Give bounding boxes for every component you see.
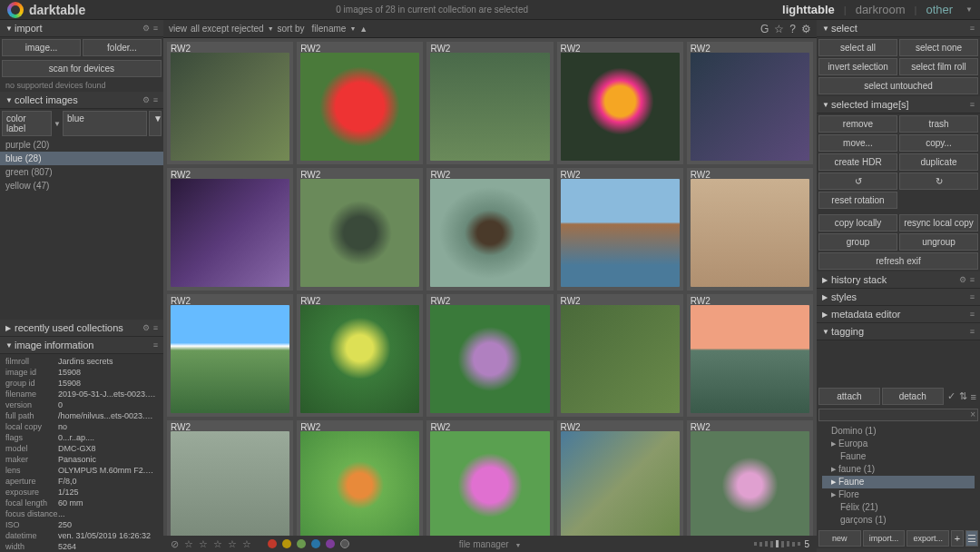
gear-icon[interactable]: ⚙ [959, 275, 966, 284]
select-untouched-button[interactable]: select untouched [818, 77, 978, 94]
detach-button[interactable]: detach [882, 388, 944, 405]
section-metadata[interactable]: ▶ metadata editor ≡ [817, 306, 980, 323]
collect-rule-select[interactable]: color label [2, 111, 52, 136]
thumbnail[interactable]: RW2 [426, 42, 553, 164]
remove-button[interactable]: remove [818, 115, 897, 133]
section-select[interactable]: ▼ select ≡ [817, 20, 980, 37]
thumbnail[interactable]: RW2 [687, 420, 813, 536]
thumbnail[interactable]: RW2 [297, 168, 423, 291]
invert-selection-button[interactable]: invert selection [818, 58, 897, 75]
trash-button[interactable]: trash [899, 115, 978, 133]
thumbnail[interactable]: RW2 [297, 294, 423, 417]
view-other[interactable]: other [922, 3, 956, 16]
overlay-icon[interactable]: G [760, 23, 769, 35]
gear-icon[interactable]: ⚙ [801, 23, 811, 35]
color-red[interactable] [268, 539, 277, 548]
resync-local-button[interactable]: resync local copy [899, 214, 978, 232]
sort-asc-icon[interactable]: ▲ [359, 25, 368, 34]
scan-devices-button[interactable]: scan for devices [2, 60, 162, 77]
thumbnail[interactable]: RW2 [687, 294, 813, 417]
help-icon[interactable]: ? [789, 23, 796, 35]
collect-list-item[interactable]: purple (20) [0, 138, 163, 152]
export-tags-button[interactable]: export... [906, 530, 949, 547]
color-none[interactable] [340, 539, 349, 548]
thumbnail[interactable]: RW2 [297, 420, 423, 536]
thumbnail[interactable]: RW2 [426, 420, 553, 536]
tag-tree-item[interactable]: ▶Europa [822, 438, 975, 450]
check-icon[interactable]: ✓ [947, 390, 956, 402]
tag-tree-item[interactable]: ▶faune (1) [822, 463, 975, 476]
group-button[interactable]: group [818, 233, 897, 251]
copy-locally-button[interactable]: copy locally [818, 214, 897, 232]
copy-button[interactable]: copy... [899, 134, 978, 152]
reset-rotation-button[interactable]: reset rotation [818, 192, 897, 209]
chevron-down-icon[interactable]: ▼ [965, 5, 973, 14]
collect-value-input[interactable]: blue [63, 111, 147, 136]
import-image-button[interactable]: image... [2, 39, 81, 56]
section-recent[interactable]: ▶ recently used collections ⚙ ≡ [0, 320, 163, 337]
rotate-ccw-button[interactable]: ↺ [818, 172, 897, 190]
section-import[interactable]: ▼ import ⚙ ≡ [0, 20, 163, 37]
reject-icon[interactable]: ⊘ [171, 538, 179, 550]
thumbnail[interactable]: RW2 [167, 420, 293, 536]
section-image-info[interactable]: ▼ image information ≡ [0, 337, 163, 354]
sort-icon[interactable]: ⇅ [959, 390, 967, 402]
view-darkroom[interactable]: darkroom [852, 3, 909, 16]
tag-view-button[interactable]: ☰ [965, 530, 978, 547]
view-lighttable[interactable]: lighttable [779, 3, 838, 16]
star-3[interactable]: ☆ [213, 538, 222, 550]
color-purple[interactable] [326, 539, 335, 548]
gear-icon[interactable]: ⚙ [142, 24, 150, 33]
menu-icon[interactable]: ≡ [970, 275, 975, 284]
tag-tree-item[interactable]: Félix (21) [822, 501, 975, 514]
create-hdr-button[interactable]: create HDR [818, 153, 897, 171]
thumbnail[interactable]: RW2 [426, 168, 553, 291]
menu-icon[interactable]: ≡ [970, 100, 975, 109]
tag-tree-item[interactable]: Faune [822, 450, 975, 463]
star-2[interactable]: ☆ [199, 538, 208, 550]
import-folder-button[interactable]: folder... [83, 39, 162, 56]
menu-icon[interactable]: ≡ [153, 95, 158, 104]
thumbnail[interactable]: RW2 [557, 420, 683, 536]
menu-icon[interactable]: ≡ [970, 24, 975, 33]
tag-input[interactable]: × [818, 409, 978, 421]
thumbnail[interactable]: RW2 [297, 42, 423, 164]
section-history[interactable]: ▶ history stack ⚙ ≡ [817, 271, 980, 289]
thumbnail[interactable]: RW2 [167, 294, 293, 417]
zoom-slider[interactable] [754, 540, 800, 547]
menu-icon[interactable]: ≡ [970, 327, 975, 336]
thumbnail[interactable]: RW2 [687, 42, 813, 164]
refresh-exif-button[interactable]: refresh exif [818, 252, 978, 270]
clear-icon[interactable]: × [970, 409, 975, 419]
move-button[interactable]: move... [818, 134, 897, 152]
thumbnail[interactable]: RW2 [167, 42, 293, 164]
star-1[interactable]: ☆ [184, 538, 193, 550]
gear-icon[interactable]: ⚙ [142, 323, 150, 332]
menu-icon[interactable]: ≡ [153, 323, 158, 332]
tag-tree-item[interactable]: garçons (1) [822, 514, 975, 527]
thumbnail[interactable]: RW2 [167, 168, 293, 291]
ungroup-button[interactable]: ungroup [899, 233, 978, 251]
thumbnail[interactable]: RW2 [557, 168, 683, 291]
duplicate-button[interactable]: duplicate [899, 153, 978, 171]
color-yellow[interactable] [282, 539, 291, 548]
import-tags-button[interactable]: import... [863, 530, 906, 547]
section-styles[interactable]: ▶ styles ≡ [817, 289, 980, 306]
gear-icon[interactable]: ⚙ [142, 95, 150, 104]
layout-mode-select[interactable]: file manager [459, 539, 509, 549]
collect-list-item[interactable]: blue (28) [0, 152, 163, 165]
select-none-button[interactable]: select none [899, 39, 978, 56]
menu-icon[interactable]: ≡ [970, 292, 975, 301]
thumbnail[interactable]: RW2 [687, 168, 813, 291]
new-tag-button[interactable]: new [818, 530, 861, 547]
section-collect[interactable]: ▼ collect images ⚙ ≡ [0, 92, 163, 109]
color-green[interactable] [297, 539, 306, 548]
thumbnail[interactable]: RW2 [557, 42, 683, 164]
list-icon[interactable]: ≡ [971, 391, 976, 402]
thumbnail[interactable]: RW2 [426, 294, 553, 417]
add-tag-button[interactable]: + [951, 530, 964, 547]
menu-icon[interactable]: ≡ [970, 310, 975, 319]
section-selected-images[interactable]: ▼ selected image[s] ≡ [817, 96, 980, 113]
collect-list-item[interactable]: green (807) [0, 165, 163, 179]
collect-dropdown[interactable]: ▼ [149, 111, 162, 136]
